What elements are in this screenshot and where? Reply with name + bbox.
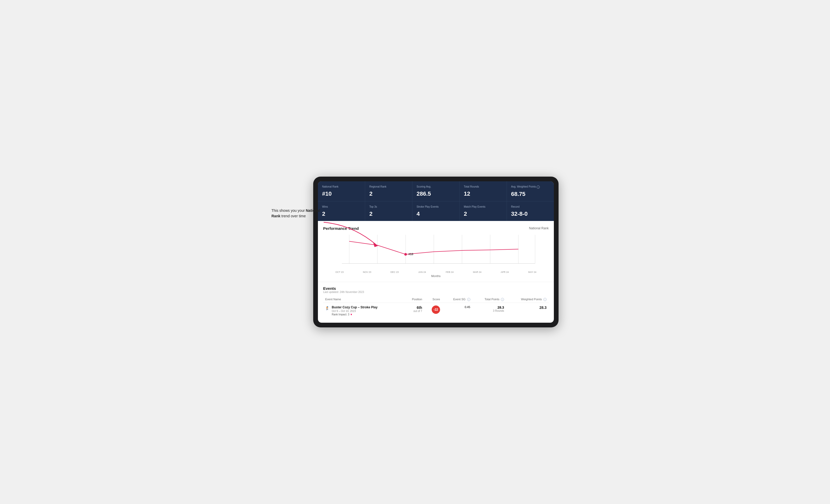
- stat-regional-rank: Regional Rank 2: [365, 181, 412, 201]
- rank-impact-arrow-icon: ▼: [350, 313, 353, 316]
- col-weighted-points: Weighted Points i: [506, 296, 549, 303]
- event-name-cell: 🏌️ Buster Cozy Cup – Stroke Play Oct 9 –…: [323, 303, 404, 318]
- events-table-body: 🏌️ Buster Cozy Cup – Stroke Play Oct 9 –…: [323, 303, 549, 318]
- col-position: Position: [404, 296, 424, 303]
- event-weighted-points-cell: 28.3: [506, 303, 549, 318]
- events-section: Events Last updated: 24th November 2023 …: [318, 282, 554, 323]
- events-table-head: Event Name Position Score Event SG i Tot…: [323, 296, 549, 303]
- stat-avg-weighted-points: Avg. Weighted Pointsi 68.75: [507, 181, 554, 201]
- x-label-jan24: JAN 24: [409, 271, 436, 273]
- event-sg-value: 0.45: [465, 305, 470, 309]
- chart-title: Performance Trend: [323, 226, 359, 231]
- stat-stroke-play-events: Stroke Play Events 4: [412, 201, 459, 221]
- events-table: Event Name Position Score Event SG i Tot…: [323, 296, 549, 318]
- info-icon-total-points: i: [501, 298, 504, 301]
- rank-impact: Rank Impact: 3 ▼: [332, 313, 377, 316]
- tablet-screen: National Rank #10 Regional Rank 2 Scorin…: [318, 181, 554, 323]
- event-position-sub: out of 7: [406, 310, 422, 312]
- event-sg-cell: 0.45: [442, 303, 472, 318]
- chart-data-point: [404, 253, 407, 256]
- info-icon-event-sg: i: [467, 298, 470, 301]
- event-total-points: 28.3: [475, 305, 504, 309]
- event-icon: 🏌️: [325, 306, 330, 310]
- x-label-oct23: OCT 23: [326, 271, 353, 273]
- x-label-dec23: DEC 23: [381, 271, 409, 273]
- events-header: Events Last updated: 24th November 2023: [323, 286, 549, 294]
- events-title: Events: [323, 286, 549, 291]
- chart-x-labels: OCT 23 NOV 23 DEC 23 JAN 24 FEB 24 MAR 2…: [323, 271, 549, 273]
- chart-section: Performance Trend National Rank: [318, 221, 554, 282]
- col-score: Score: [424, 296, 442, 303]
- col-total-points: Total Points i: [472, 296, 506, 303]
- stat-national-rank: National Rank #10: [318, 181, 365, 201]
- x-label-mar24: MAR 24: [464, 271, 491, 273]
- stat-scoring-avg: Scoring Avg. 286.5: [412, 181, 459, 201]
- tablet-device: National Rank #10 Regional Rank 2 Scorin…: [313, 177, 558, 327]
- stat-top3s: Top 3s 2: [365, 201, 412, 221]
- outer-wrapper: This shows you your National Rank trend …: [272, 177, 558, 327]
- x-label-feb24: FEB 24: [436, 271, 464, 273]
- stat-total-rounds: Total Rounds 12: [459, 181, 507, 201]
- event-score-cell: -22: [424, 303, 442, 318]
- stat-record: Record 32-8-0: [507, 201, 554, 221]
- stats-row-1: National Rank #10 Regional Rank 2 Scorin…: [318, 181, 554, 201]
- x-label-apr24: APR 24: [491, 271, 519, 273]
- info-icon-weighted: i: [537, 186, 540, 189]
- event-weighted-points: 28.3: [540, 305, 547, 310]
- col-event-name: Event Name: [323, 296, 404, 303]
- event-total-rounds: 3 Rounds: [475, 309, 504, 312]
- stats-row-2: Wins 2 Top 3s 2 Stroke Play Events 4 Mat…: [318, 201, 554, 221]
- chart-area: #10: [323, 235, 549, 269]
- event-position-cell: 6th out of 7: [404, 303, 424, 318]
- chart-legend: National Rank: [529, 227, 549, 230]
- chart-header: Performance Trend National Rank: [323, 226, 549, 231]
- col-event-sg: Event SG i: [442, 296, 472, 303]
- svg-text:#10: #10: [409, 253, 413, 256]
- event-date: Oct 9 – Oct 10, 2023: [332, 310, 377, 312]
- event-position: 6th: [406, 305, 422, 310]
- x-label-may24: MAY 24: [519, 271, 546, 273]
- events-subtitle: Last updated: 24th November 2023: [323, 291, 549, 294]
- annotation-text: This shows you your National Rank trend …: [272, 208, 329, 219]
- chart-svg: #10: [323, 235, 549, 269]
- event-total-points-cell: 28.3 3 Rounds: [472, 303, 506, 318]
- event-score-badge: -22: [432, 305, 440, 314]
- stat-match-play-events: Match Play Events 2: [459, 201, 507, 221]
- x-label-nov23: NOV 23: [353, 271, 381, 273]
- info-icon-weighted-points: i: [543, 298, 547, 301]
- table-row: 🏌️ Buster Cozy Cup – Stroke Play Oct 9 –…: [323, 303, 549, 318]
- chart-x-axis-title: Months: [323, 274, 549, 279]
- event-name: Buster Cozy Cup – Stroke Play: [332, 305, 377, 309]
